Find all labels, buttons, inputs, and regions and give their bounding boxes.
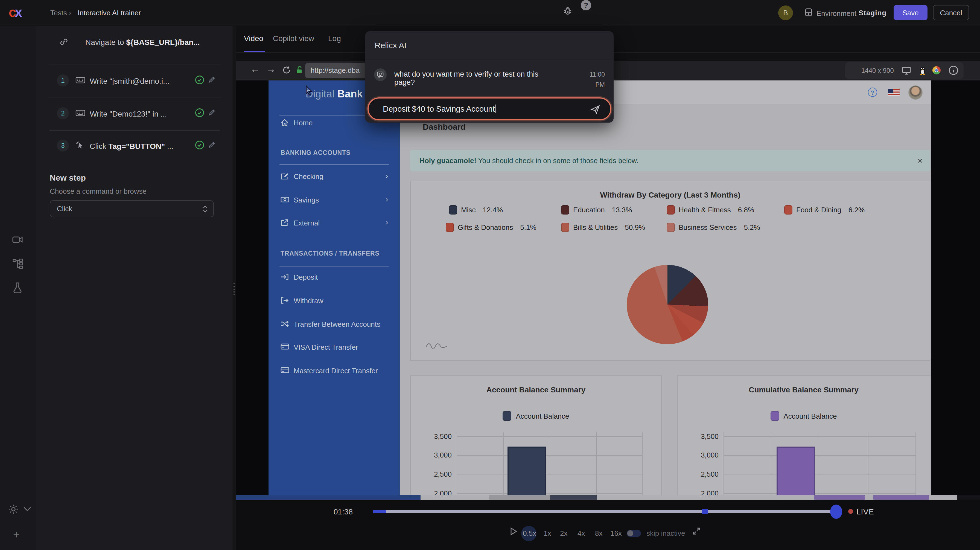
step-navigate[interactable]: Navigate to ${BASE_URL}/ban... — [37, 30, 232, 56]
cancel-button[interactable]: Cancel — [933, 5, 969, 20]
panel-resizer[interactable] — [232, 26, 236, 550]
back-icon[interactable]: ← — [250, 64, 260, 75]
speed-1x-button[interactable]: 1x — [544, 529, 551, 537]
bar — [507, 446, 546, 495]
legend-swatch — [667, 223, 675, 232]
play-icon[interactable] — [510, 527, 517, 536]
alert-bold-text: Holy guacamole! — [420, 156, 476, 165]
help-icon[interactable]: ? — [581, 0, 591, 10]
resolution-label: 1440 x 900 — [861, 67, 894, 75]
chat-input[interactable]: Deposit $40 to Savings Account — [368, 97, 611, 120]
settings-gear-icon[interactable] — [8, 504, 19, 515]
y-tick: 2,500 — [419, 470, 452, 478]
dialog-title: Relicx AI — [375, 40, 407, 50]
select-updown-icon — [202, 204, 208, 215]
divider — [49, 130, 220, 131]
alert-text: You should check in on some of those fie… — [476, 156, 638, 165]
y-tick: 3,500 — [686, 432, 719, 440]
seek-bar[interactable] — [373, 510, 836, 513]
bank-app-page: Digital Bank Home BANKING ACCOUNTS — [269, 80, 931, 495]
bank-nav-label: Withdraw — [294, 297, 323, 305]
divider — [280, 266, 389, 266]
tab-copilot-view[interactable]: Copilot view — [273, 34, 314, 43]
divider — [49, 97, 220, 97]
add-icon[interactable]: + — [13, 529, 19, 541]
bank-nav-transfer-between-accounts[interactable]: Transfer Between Accounts — [269, 316, 400, 333]
step-row-2[interactable]: 2 Write "Demo123!" in ... — [37, 102, 232, 128]
bank-sidebar: Digital Bank Home BANKING ACCOUNTS — [269, 80, 400, 495]
speed-4x-button[interactable]: 4x — [578, 529, 585, 537]
skip-inactive-toggle[interactable] — [627, 530, 641, 537]
bank-nav-savings[interactable]: Savings › — [269, 192, 400, 209]
legend-item[interactable]: Business Services5.2% — [667, 223, 760, 232]
reload-icon[interactable] — [282, 66, 291, 75]
video-camera-icon[interactable] — [12, 234, 24, 245]
bank-nav-checking[interactable]: Checking › — [269, 169, 400, 185]
bug-icon[interactable] — [562, 5, 573, 16]
playhead-handle[interactable] — [830, 505, 842, 519]
message-timestamp: 11:00 PM — [575, 70, 605, 90]
user-avatar[interactable]: B — [778, 5, 793, 20]
edit-pencil-icon[interactable] — [208, 75, 216, 84]
bank-nav-mastercard-direct-transfer[interactable]: Mastercard Direct Transfer — [269, 363, 400, 379]
cx-logo[interactable]: cx — [9, 5, 30, 22]
step-row-3[interactable]: 3 Click Tag="BUTTON" ... — [37, 134, 232, 160]
breadcrumb-tests[interactable]: Tests — [50, 9, 67, 17]
bar-chart-legend[interactable]: Account Balance — [411, 411, 661, 421]
bank-nav-label: External — [294, 219, 320, 227]
alert-close-icon[interactable]: × — [917, 150, 923, 171]
bank-user-avatar[interactable] — [908, 85, 923, 100]
legend-swatch — [449, 205, 457, 215]
cumulative-balance-card: Cumulative Balance Summary Account Balan… — [677, 375, 930, 495]
legend-item[interactable]: Food & Dining6.2% — [784, 205, 865, 215]
legend-item[interactable]: Bills & Utilities50.9% — [561, 223, 645, 232]
legend-swatch — [770, 411, 779, 421]
send-icon[interactable] — [590, 105, 600, 115]
speed-16x-button[interactable]: 16x — [610, 529, 622, 537]
live-dot-icon — [848, 509, 853, 514]
seek-marker[interactable] — [702, 509, 708, 514]
command-select-value: Click — [57, 205, 72, 213]
legend-item[interactable]: Misc12.4% — [449, 205, 503, 215]
timeline-thumbnail-strip — [236, 495, 420, 500]
forward-icon[interactable]: → — [266, 64, 275, 75]
bar-chart-legend[interactable]: Account Balance — [678, 411, 930, 421]
video-viewport[interactable]: Digital Bank Home BANKING ACCOUNTS — [236, 80, 980, 495]
us-flag-icon[interactable] — [888, 89, 900, 96]
tab-video[interactable]: Video — [244, 34, 263, 43]
legend-item[interactable]: Education13.3% — [561, 205, 632, 215]
checking-icon — [280, 172, 289, 180]
monitor-icon[interactable] — [902, 66, 911, 75]
environment-value[interactable]: Staging — [859, 9, 886, 17]
speed-0.5x-button[interactable]: 0.5x — [523, 529, 536, 537]
fullscreen-icon[interactable] — [692, 527, 700, 535]
tab-log[interactable]: Log — [328, 34, 341, 43]
bank-help-icon[interactable]: ? — [868, 88, 877, 97]
bar-chart-title: Cumulative Balance Summary — [678, 385, 930, 394]
environment-label: Environment — [816, 9, 856, 18]
legend-item[interactable]: Health & Fitness6.8% — [667, 205, 754, 215]
chevron-down-icon[interactable] — [23, 506, 32, 512]
bank-nav-label: Mastercard Direct Transfer — [294, 367, 378, 375]
info-icon[interactable] — [948, 65, 959, 75]
save-button[interactable]: Save — [894, 5, 928, 20]
speed-2x-button[interactable]: 2x — [560, 529, 567, 537]
step-row-1[interactable]: 1 Write "jsmith@demo.i... — [37, 69, 232, 95]
legend-item[interactable]: Gifts & Donations5.1% — [446, 223, 536, 232]
bank-nav-label: Home — [294, 119, 313, 127]
command-select[interactable]: Click — [50, 200, 214, 217]
edit-pencil-icon[interactable] — [208, 141, 216, 149]
edit-pencil-icon[interactable] — [208, 108, 216, 116]
bank-nav-visa-direct-transfer[interactable]: VISA Direct Transfer — [269, 339, 400, 356]
bank-nav-external[interactable]: External › — [269, 215, 400, 231]
current-time-label: 01:38 — [334, 507, 353, 516]
bank-nav-deposit[interactable]: Deposit — [269, 269, 400, 286]
flow-tree-icon[interactable] — [12, 258, 24, 269]
speed-8x-button[interactable]: 8x — [595, 529, 602, 537]
breadcrumb-current: Interactive AI trainer — [78, 9, 141, 17]
bot-avatar-icon — [374, 69, 387, 81]
flask-icon[interactable] — [12, 282, 23, 294]
bank-nav-withdraw[interactable]: Withdraw — [269, 293, 400, 309]
divider — [49, 65, 220, 65]
step-navigate-prefix: Navigate to — [85, 38, 126, 46]
